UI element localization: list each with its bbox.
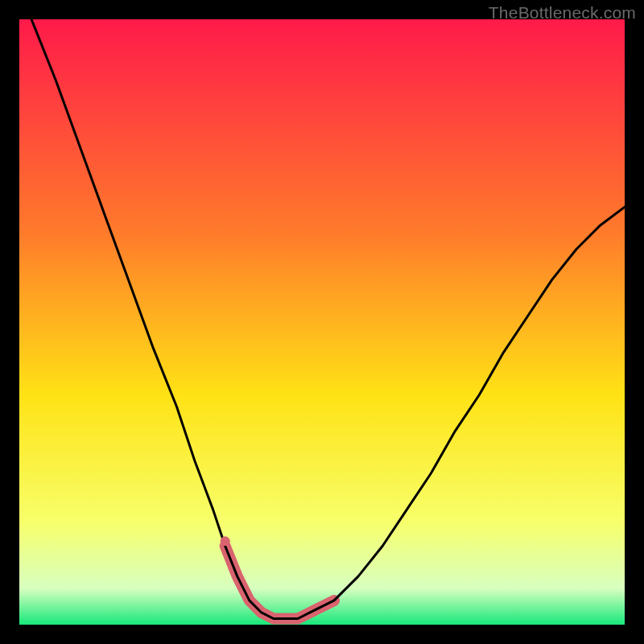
chart-frame: TheBottleneck.com — [0, 0, 644, 644]
highlight-start-dot — [221, 536, 230, 546]
plot-area — [19, 19, 625, 625]
chart-svg — [19, 19, 625, 625]
watermark-text: TheBottleneck.com — [489, 3, 636, 23]
gradient-background — [19, 19, 625, 625]
